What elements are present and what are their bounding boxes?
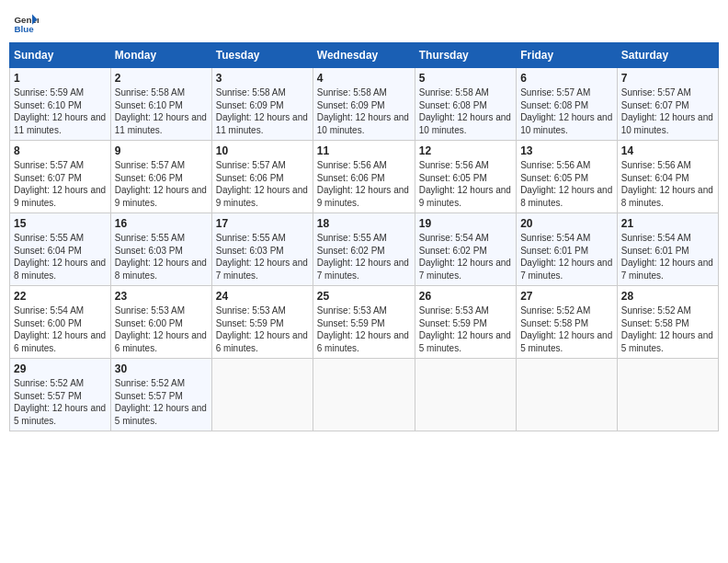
day-number: 15 (14, 217, 107, 230)
page-header: General Blue (9, 9, 719, 35)
calendar-cell: 18 Sunrise: 5:55 AM Sunset: 6:02 PM Dayl… (313, 213, 415, 286)
week-row-1: 1 Sunrise: 5:59 AM Sunset: 6:10 PM Dayli… (10, 68, 719, 141)
calendar-cell (617, 359, 718, 431)
weekday-header-wednesday: Wednesday (313, 43, 415, 68)
day-number: 10 (216, 144, 309, 157)
calendar-cell: 3 Sunrise: 5:58 AM Sunset: 6:09 PM Dayli… (211, 68, 313, 141)
calendar-cell: 29 Sunrise: 5:52 AM Sunset: 5:57 PM Dayl… (10, 359, 111, 431)
calendar-cell: 19 Sunrise: 5:54 AM Sunset: 6:02 PM Dayl… (415, 213, 516, 286)
day-info: Sunrise: 5:54 AM Sunset: 6:01 PM Dayligh… (520, 232, 613, 282)
day-info: Sunrise: 5:57 AM Sunset: 6:06 PM Dayligh… (216, 159, 309, 209)
calendar-cell: 23 Sunrise: 5:53 AM Sunset: 6:00 PM Dayl… (110, 286, 211, 359)
calendar-cell: 11 Sunrise: 5:56 AM Sunset: 6:06 PM Dayl… (313, 141, 415, 213)
svg-text:Blue: Blue (14, 24, 34, 34)
calendar-cell: 25 Sunrise: 5:53 AM Sunset: 5:59 PM Dayl… (313, 286, 415, 359)
day-number: 26 (419, 290, 512, 303)
calendar-cell: 20 Sunrise: 5:54 AM Sunset: 6:01 PM Dayl… (517, 213, 618, 286)
day-number: 16 (115, 217, 208, 230)
calendar-cell: 13 Sunrise: 5:56 AM Sunset: 6:05 PM Dayl… (517, 141, 618, 213)
logo-icon: General Blue (13, 9, 39, 35)
calendar-cell: 28 Sunrise: 5:52 AM Sunset: 5:58 PM Dayl… (617, 286, 718, 359)
weekday-header-saturday: Saturday (617, 43, 718, 68)
day-number: 29 (14, 362, 107, 375)
day-info: Sunrise: 5:52 AM Sunset: 5:57 PM Dayligh… (14, 377, 107, 427)
calendar-cell: 12 Sunrise: 5:56 AM Sunset: 6:05 PM Dayl… (415, 141, 516, 213)
day-info: Sunrise: 5:56 AM Sunset: 6:05 PM Dayligh… (419, 159, 512, 209)
day-info: Sunrise: 5:54 AM Sunset: 6:02 PM Dayligh… (419, 232, 512, 282)
weekday-header-sunday: Sunday (10, 43, 111, 68)
day-info: Sunrise: 5:55 AM Sunset: 6:03 PM Dayligh… (115, 232, 208, 282)
calendar-cell (211, 359, 313, 431)
calendar-cell: 8 Sunrise: 5:57 AM Sunset: 6:07 PM Dayli… (10, 141, 111, 213)
day-info: Sunrise: 5:58 AM Sunset: 6:09 PM Dayligh… (317, 86, 411, 136)
day-number: 11 (317, 144, 411, 157)
day-number: 2 (115, 72, 208, 85)
day-number: 23 (115, 290, 208, 303)
day-info: Sunrise: 5:56 AM Sunset: 6:04 PM Dayligh… (621, 159, 714, 209)
day-info: Sunrise: 5:52 AM Sunset: 5:58 PM Dayligh… (621, 304, 714, 354)
calendar-cell: 27 Sunrise: 5:52 AM Sunset: 5:58 PM Dayl… (517, 286, 618, 359)
weekday-header-friday: Friday (517, 43, 618, 68)
weekday-header-thursday: Thursday (415, 43, 516, 68)
day-number: 5 (419, 72, 512, 85)
day-number: 21 (621, 217, 714, 230)
day-info: Sunrise: 5:57 AM Sunset: 6:08 PM Dayligh… (520, 86, 613, 136)
calendar-cell: 2 Sunrise: 5:58 AM Sunset: 6:10 PM Dayli… (110, 68, 211, 141)
calendar-cell: 22 Sunrise: 5:54 AM Sunset: 6:00 PM Dayl… (10, 286, 111, 359)
calendar-cell (415, 359, 516, 431)
day-number: 9 (115, 144, 208, 157)
day-info: Sunrise: 5:52 AM Sunset: 5:58 PM Dayligh… (520, 304, 613, 354)
day-number: 7 (621, 72, 714, 85)
calendar-cell: 14 Sunrise: 5:56 AM Sunset: 6:04 PM Dayl… (617, 141, 718, 213)
day-number: 18 (317, 217, 411, 230)
day-number: 13 (520, 144, 613, 157)
day-info: Sunrise: 5:57 AM Sunset: 6:07 PM Dayligh… (14, 159, 107, 209)
day-info: Sunrise: 5:52 AM Sunset: 5:57 PM Dayligh… (115, 377, 208, 427)
calendar-cell: 24 Sunrise: 5:53 AM Sunset: 5:59 PM Dayl… (211, 286, 313, 359)
day-number: 30 (115, 362, 208, 375)
weekday-header-row: SundayMondayTuesdayWednesdayThursdayFrid… (10, 43, 719, 68)
day-number: 20 (520, 217, 613, 230)
day-info: Sunrise: 5:58 AM Sunset: 6:08 PM Dayligh… (419, 86, 512, 136)
day-number: 12 (419, 144, 512, 157)
day-info: Sunrise: 5:53 AM Sunset: 5:59 PM Dayligh… (317, 304, 411, 354)
week-row-2: 8 Sunrise: 5:57 AM Sunset: 6:07 PM Dayli… (10, 141, 719, 213)
day-number: 14 (621, 144, 714, 157)
day-info: Sunrise: 5:55 AM Sunset: 6:03 PM Dayligh… (216, 232, 309, 282)
day-number: 1 (14, 72, 107, 85)
day-number: 4 (317, 72, 411, 85)
day-info: Sunrise: 5:58 AM Sunset: 6:09 PM Dayligh… (216, 86, 309, 136)
day-info: Sunrise: 5:56 AM Sunset: 6:05 PM Dayligh… (520, 159, 613, 209)
calendar-cell: 17 Sunrise: 5:55 AM Sunset: 6:03 PM Dayl… (211, 213, 313, 286)
week-row-5: 29 Sunrise: 5:52 AM Sunset: 5:57 PM Dayl… (10, 359, 719, 431)
calendar-cell (517, 359, 618, 431)
day-info: Sunrise: 5:58 AM Sunset: 6:10 PM Dayligh… (115, 86, 208, 136)
week-row-3: 15 Sunrise: 5:55 AM Sunset: 6:04 PM Dayl… (10, 213, 719, 286)
day-info: Sunrise: 5:53 AM Sunset: 6:00 PM Dayligh… (115, 304, 208, 354)
calendar-cell (313, 359, 415, 431)
weekday-header-monday: Monday (110, 43, 211, 68)
day-info: Sunrise: 5:57 AM Sunset: 6:06 PM Dayligh… (115, 159, 208, 209)
day-info: Sunrise: 5:55 AM Sunset: 6:04 PM Dayligh… (14, 232, 107, 282)
day-number: 8 (14, 144, 107, 157)
calendar-cell: 1 Sunrise: 5:59 AM Sunset: 6:10 PM Dayli… (10, 68, 111, 141)
day-number: 6 (520, 72, 613, 85)
calendar-cell: 10 Sunrise: 5:57 AM Sunset: 6:06 PM Dayl… (211, 141, 313, 213)
day-info: Sunrise: 5:56 AM Sunset: 6:06 PM Dayligh… (317, 159, 411, 209)
day-number: 19 (419, 217, 512, 230)
calendar-cell: 16 Sunrise: 5:55 AM Sunset: 6:03 PM Dayl… (110, 213, 211, 286)
weekday-header-tuesday: Tuesday (211, 43, 313, 68)
day-info: Sunrise: 5:53 AM Sunset: 5:59 PM Dayligh… (216, 304, 309, 354)
day-info: Sunrise: 5:59 AM Sunset: 6:10 PM Dayligh… (14, 86, 107, 136)
week-row-4: 22 Sunrise: 5:54 AM Sunset: 6:00 PM Dayl… (10, 286, 719, 359)
day-info: Sunrise: 5:57 AM Sunset: 6:07 PM Dayligh… (621, 86, 714, 136)
day-number: 22 (14, 290, 107, 303)
calendar-table: SundayMondayTuesdayWednesdayThursdayFrid… (9, 42, 719, 431)
calendar-cell: 26 Sunrise: 5:53 AM Sunset: 5:59 PM Dayl… (415, 286, 516, 359)
day-number: 17 (216, 217, 309, 230)
day-number: 28 (621, 290, 714, 303)
calendar-cell: 4 Sunrise: 5:58 AM Sunset: 6:09 PM Dayli… (313, 68, 415, 141)
calendar-cell: 6 Sunrise: 5:57 AM Sunset: 6:08 PM Dayli… (517, 68, 618, 141)
day-number: 25 (317, 290, 411, 303)
calendar-cell: 7 Sunrise: 5:57 AM Sunset: 6:07 PM Dayli… (617, 68, 718, 141)
